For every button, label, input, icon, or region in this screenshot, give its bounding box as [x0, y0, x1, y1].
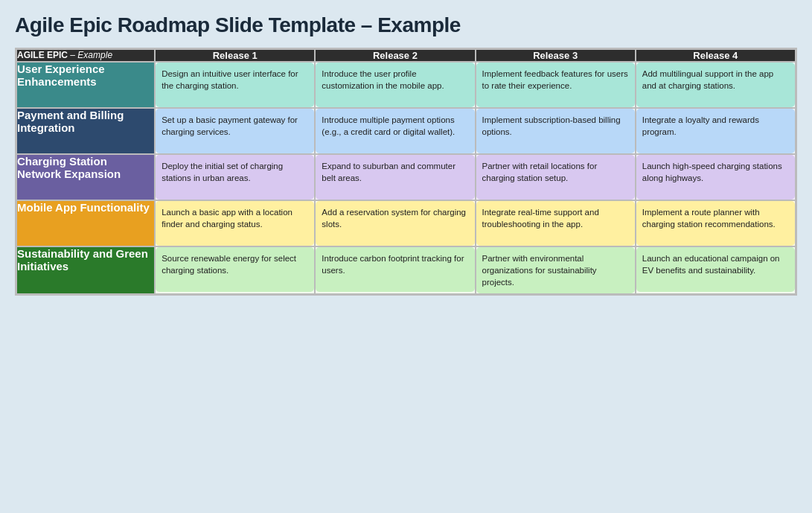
- header-release-4: Release 4: [636, 49, 796, 62]
- header-epic-col: AGILE EPIC – Example: [16, 49, 155, 62]
- story-box-ux-r4: Add multilingual support in the app and …: [636, 63, 795, 107]
- story-box-sustainability-r3: Partner with environmental organizations…: [476, 247, 635, 293]
- header-release-3: Release 3: [476, 49, 636, 62]
- story-box-charging-r1: Deploy the initial set of charging stati…: [156, 155, 314, 200]
- story-box-sustainability-r2: Introduce carbon footprint tracking for …: [316, 247, 474, 292]
- story-cell-sustainability-r1: Source renewable energy for select charg…: [155, 246, 315, 294]
- story-box-mobile-r2: Add a reservation system for charging sl…: [316, 201, 474, 246]
- story-box-payment-r2: Introduce multiple payment options (e.g.…: [316, 109, 474, 153]
- story-cell-sustainability-r2: Introduce carbon footprint tracking for …: [315, 246, 475, 294]
- story-box-ux-r1: Design an intuitive user interface for t…: [156, 63, 314, 107]
- story-box-mobile-r4: Implement a route planner with charging …: [636, 201, 795, 246]
- story-box-sustainability-r4: Launch an educational campaign on EV ben…: [636, 247, 795, 292]
- story-cell-charging-r3: Partner with retail locations for chargi…: [476, 154, 636, 200]
- story-cell-mobile-r1: Launch a basic app with a location finde…: [155, 200, 315, 246]
- page-title: Agile Epic Roadmap Slide Template – Exam…: [15, 13, 797, 37]
- epic-label-charging: Charging Station Network Expansion: [16, 154, 155, 200]
- story-cell-ux-r4: Add multilingual support in the app and …: [636, 62, 796, 108]
- story-box-mobile-r1: Launch a basic app with a location finde…: [156, 201, 314, 246]
- story-cell-payment-r3: Implement subscription-based billing opt…: [476, 108, 636, 154]
- story-cell-mobile-r2: Add a reservation system for charging sl…: [315, 200, 475, 246]
- header-release-2: Release 2: [315, 49, 475, 62]
- epic-label-payment: Payment and Billing Integration: [16, 108, 155, 154]
- story-box-payment-r4: Integrate a loyalty and rewards program.: [636, 109, 795, 153]
- epic-label-mobile: Mobile App Functionality: [16, 200, 155, 246]
- story-cell-mobile-r4: Implement a route planner with charging …: [636, 200, 796, 246]
- story-cell-payment-r4: Integrate a loyalty and rewards program.: [636, 108, 796, 154]
- header-release-1: Release 1: [155, 49, 315, 62]
- story-box-sustainability-r1: Source renewable energy for select charg…: [156, 247, 314, 292]
- epic-label-ux: User Experience Enhancements: [16, 62, 155, 108]
- story-box-ux-r2: Introduce the user profile customization…: [316, 63, 474, 107]
- story-cell-charging-r2: Expand to suburban and commuter belt are…: [315, 154, 475, 200]
- story-box-payment-r3: Implement subscription-based billing opt…: [476, 109, 635, 153]
- story-cell-mobile-r3: Integrate real-time support and troubles…: [476, 200, 636, 246]
- story-cell-sustainability-r3: Partner with environmental organizations…: [476, 246, 636, 294]
- story-cell-payment-r1: Set up a basic payment gateway for charg…: [155, 108, 315, 154]
- story-cell-ux-r1: Design an intuitive user interface for t…: [155, 62, 315, 108]
- story-cell-payment-r2: Introduce multiple payment options (e.g.…: [315, 108, 475, 154]
- roadmap-table: AGILE EPIC – Example Release 1 Release 2…: [15, 48, 797, 296]
- story-box-mobile-r3: Integrate real-time support and troubles…: [476, 201, 635, 246]
- story-cell-sustainability-r4: Launch an educational campaign on EV ben…: [636, 246, 796, 294]
- story-box-charging-r4: Launch high-speed charging stations alon…: [636, 155, 795, 200]
- story-cell-charging-r1: Deploy the initial set of charging stati…: [155, 154, 315, 200]
- story-box-payment-r1: Set up a basic payment gateway for charg…: [156, 109, 314, 153]
- story-box-ux-r3: Implement feedback features for users to…: [476, 63, 635, 107]
- story-box-charging-r3: Partner with retail locations for chargi…: [476, 155, 635, 200]
- story-box-charging-r2: Expand to suburban and commuter belt are…: [316, 155, 474, 200]
- story-cell-ux-r2: Introduce the user profile customization…: [315, 62, 475, 108]
- epic-label-sustainability: Sustainability and Green Initiatives: [16, 246, 155, 294]
- story-cell-charging-r4: Launch high-speed charging stations alon…: [636, 154, 796, 200]
- story-cell-ux-r3: Implement feedback features for users to…: [476, 62, 636, 108]
